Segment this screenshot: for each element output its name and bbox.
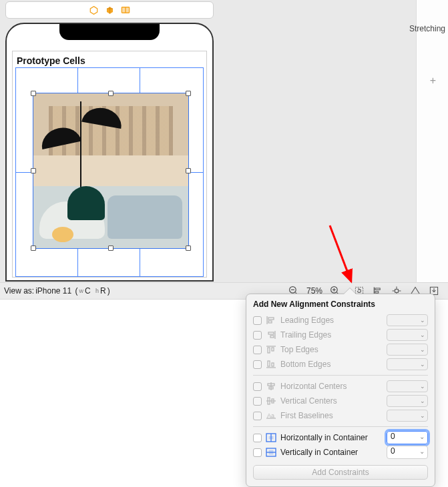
popover-divider-1 — [253, 375, 428, 376]
popover-divider-2 — [253, 426, 428, 427]
svg-rect-17 — [375, 292, 379, 293]
constraint-value-baselines: ⌄ — [387, 410, 428, 422]
svg-rect-6 — [126, 8, 129, 13]
resize-handle-n[interactable] — [108, 91, 114, 96]
svg-rect-38 — [272, 363, 274, 366]
svg-rect-37 — [268, 361, 270, 366]
constraint-label-top: Top Edges — [280, 345, 318, 354]
constraint-row-hcenters: Horizontal Centers⌄ — [253, 379, 428, 394]
tableview[interactable]: Prototype Cells — [12, 51, 207, 278]
constraint-value-leading: ⌄ — [387, 314, 428, 326]
constraint-row-vcenters: Vertical Centers⌄ — [253, 394, 428, 408]
photo-stool — [52, 227, 73, 242]
svg-rect-34 — [268, 348, 270, 353]
svg-rect-5 — [122, 8, 125, 13]
constraint-label-hcenters: Horizontal Centers — [280, 382, 347, 391]
constraint-checkbox-hcontainer[interactable] — [253, 434, 262, 442]
constraint-value-top: ⌄ — [387, 344, 428, 356]
chevron-down-icon: ⌄ — [420, 398, 425, 404]
chevron-down-icon: ⌄ — [420, 361, 425, 368]
trait-width-sub: w — [79, 288, 84, 294]
chevron-down-icon: ⌄ — [420, 346, 425, 353]
svg-marker-0 — [90, 6, 97, 14]
constraint-checkbox-hcenters — [253, 382, 262, 391]
constraint-glyph-hcenters-icon — [266, 382, 276, 391]
breadcrumb-cube-icon — [105, 5, 114, 15]
constraint-checkbox-vcenters — [253, 397, 262, 406]
constraint-checkbox-vcontainer[interactable] — [253, 448, 262, 457]
constraint-row-vcontainer: Vertically in Container0⌄ — [253, 445, 428, 460]
photo-sofa — [107, 195, 182, 239]
right-inspector-sliver: Stretching + — [416, 0, 448, 282]
breadcrumb-storyboard-icon — [121, 5, 130, 15]
add-constraints-label: Add Constraints — [312, 468, 369, 477]
svg-text:Aa: Aa — [267, 412, 274, 419]
inspector-stretching-label: Stretching — [409, 24, 445, 33]
photo-lamp — [80, 101, 81, 194]
resize-handle-w[interactable] — [31, 168, 36, 173]
constraint-label-leading: Leading Edges — [280, 316, 334, 325]
constraint-row-baselines: AaFirst Baselines⌄ — [253, 408, 428, 423]
chevron-down-icon: ⌄ — [419, 448, 425, 455]
trait-height-sub: h — [95, 288, 99, 294]
chevron-down-icon: ⌄ — [419, 433, 425, 440]
device-frame: Prototype Cells — [5, 23, 214, 282]
constraint-value-trailing: ⌄ — [387, 329, 428, 341]
chevron-down-icon: ⌄ — [420, 317, 425, 324]
breadcrumb-bar[interactable] — [5, 1, 214, 19]
constraint-value-hcontainer[interactable]: 0⌄ — [387, 431, 428, 444]
constraint-glyph-top-icon — [266, 345, 276, 354]
resize-handle-ne[interactable] — [186, 91, 191, 96]
constraint-row-hcontainer: Horizontally in Container0⌄ — [253, 430, 428, 445]
constraint-glyph-vcontainer-icon — [266, 448, 276, 457]
device-notch — [59, 24, 160, 40]
breadcrumb-hex-icon — [89, 5, 98, 15]
constraint-value-vcenters: ⌄ — [387, 395, 428, 407]
trait-height: R — [100, 286, 106, 296]
constraint-value-hcenters: ⌄ — [387, 380, 428, 392]
imageview-selection[interactable] — [33, 93, 189, 249]
constraint-value-vcontainer[interactable]: 0⌄ — [387, 446, 428, 459]
workspace: Prototype Cells — [0, 0, 448, 487]
photo-chair-green — [67, 186, 105, 220]
constraint-glyph-bottom-icon — [266, 360, 276, 369]
add-constraints-button[interactable]: Add Constraints — [253, 465, 428, 480]
svg-rect-32 — [270, 336, 274, 338]
resize-handle-nw[interactable] — [31, 91, 36, 96]
resize-handle-se[interactable] — [186, 246, 191, 251]
svg-rect-49 — [269, 436, 273, 439]
constraint-value-bottom: ⌄ — [387, 358, 428, 370]
popover-title: Add New Alignment Constraints — [253, 300, 428, 309]
constraint-row-bottom: Bottom Edges⌄ — [253, 357, 428, 372]
resize-handle-s[interactable] — [108, 246, 114, 251]
svg-rect-31 — [268, 332, 274, 334]
constraint-checkbox-top — [253, 346, 262, 354]
constraint-label-vcontainer: Vertically in Container — [280, 448, 358, 457]
constraint-label-vcenters: Vertical Centers — [280, 396, 337, 406]
inspector-add-icon[interactable]: + — [430, 75, 436, 87]
resize-handle-sw[interactable] — [31, 246, 36, 251]
svg-rect-29 — [268, 321, 272, 323]
svg-rect-35 — [272, 348, 274, 351]
constraint-label-hcontainer: Horizontally in Container — [280, 433, 368, 442]
svg-rect-52 — [269, 450, 273, 454]
alignment-popover: Add New Alignment Constraints Leading Ed… — [246, 294, 435, 487]
chevron-down-icon: ⌄ — [420, 383, 425, 390]
constraint-row-leading: Leading Edges⌄ — [253, 313, 428, 328]
svg-rect-18 — [395, 290, 399, 293]
chevron-down-icon: ⌄ — [420, 332, 425, 338]
constraint-label-bottom: Bottom Edges — [280, 360, 330, 369]
constraint-label-baselines: First Baselines — [280, 411, 333, 420]
view-as-control[interactable]: View as: iPhone 11 ( w C h R ) — [0, 286, 110, 296]
constraint-checkbox-bottom — [253, 360, 262, 369]
constraint-glyph-baselines-icon: Aa — [266, 411, 276, 420]
svg-rect-16 — [375, 288, 380, 290]
constraint-glyph-trailing-icon — [266, 330, 276, 340]
resize-handle-e[interactable] — [186, 168, 191, 173]
constraint-glyph-leading-icon — [266, 316, 276, 325]
trait-width: C — [85, 286, 91, 296]
canvas-area[interactable]: Prototype Cells — [0, 0, 448, 282]
section-header-label: Prototype Cells — [17, 55, 85, 66]
imageview-photo — [33, 93, 188, 248]
constraint-checkbox-leading — [253, 316, 262, 325]
